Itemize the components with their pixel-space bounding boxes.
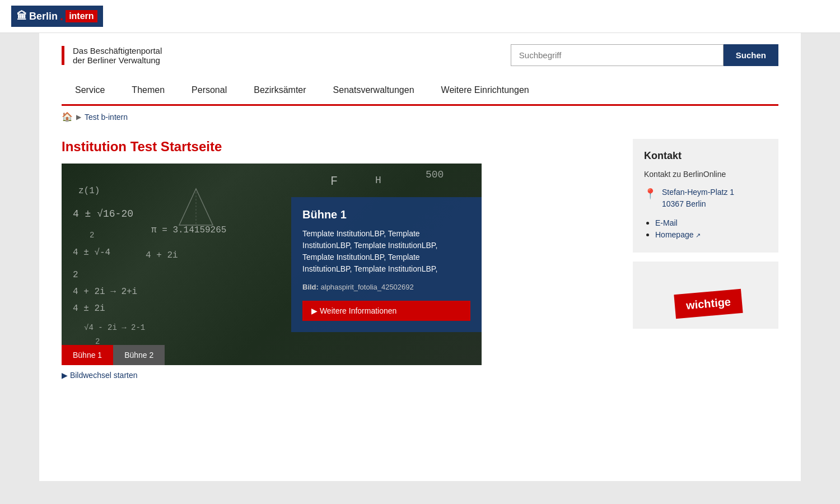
logo[interactable]: 🏛 Berlin . intern xyxy=(11,6,103,27)
overlay-title: Bühne 1 xyxy=(302,208,470,221)
kontakt-link-email: E-Mail xyxy=(655,218,767,227)
chalk-formula-9: 4 ± 2i xyxy=(73,304,105,314)
address-link[interactable]: Stefan-Heym-Platz 1 10367 Berlin xyxy=(662,188,734,208)
main-wrapper: Das Beschäftigtenportal der Berliner Ver… xyxy=(39,33,801,481)
kontakt-box: Kontakt Kontakt zu BerlinOnline 📍 Stefan… xyxy=(633,139,778,253)
chalk-formula-10: √4 - 2i → 2-1 xyxy=(84,323,145,332)
bild-label: Bild: xyxy=(302,283,319,291)
stage-button-1[interactable]: Bühne 1 xyxy=(62,345,113,365)
breadcrumb-item-test[interactable]: Test b-intern xyxy=(85,113,128,122)
site-title-line1: Das Beschäftigtenportal xyxy=(73,46,162,55)
nav-link-bezirksaemter[interactable]: Bezirksämter xyxy=(240,76,319,104)
wichtige-box: wichtige xyxy=(633,262,778,329)
nav-item-service[interactable]: Service xyxy=(62,76,118,104)
header-wrapper: Das Beschäftigtenportal der Berliner Ver… xyxy=(39,33,801,76)
breadcrumb-arrow: ▶ xyxy=(76,113,81,121)
stage-buttons: Bühne 1 Bühne 2 xyxy=(62,345,165,365)
search-area: Suchen xyxy=(511,44,778,66)
nav-item-themen[interactable]: Themen xyxy=(118,76,178,104)
nav-link-themen[interactable]: Themen xyxy=(118,76,178,104)
chalk-formula-2: 4 ± √16-20 xyxy=(73,208,133,220)
kontakt-address: 📍 Stefan-Heym-Platz 1 10367 Berlin xyxy=(644,186,767,210)
logo-berlin-text: Berlin xyxy=(29,11,58,22)
nav-list: Service Themen Personal Bezirksämter Sen… xyxy=(62,76,778,106)
bild-value: alphaspirit_fotolia_42502692 xyxy=(321,283,414,291)
chalk-formula-6: 4 + 2i → 2+i xyxy=(73,287,137,297)
chalk-f: F xyxy=(330,175,338,189)
homepage-link[interactable]: Homepage ↗ xyxy=(655,230,701,239)
logo-dot: . xyxy=(60,9,63,24)
email-link[interactable]: E-Mail xyxy=(655,218,678,227)
address-block: Stefan-Heym-Platz 1 10367 Berlin xyxy=(662,186,734,210)
site-title: Das Beschäftigtenportal der Berliner Ver… xyxy=(62,46,162,65)
slideshow-image: z(1) 4 ± √16-20 2 4 ± √-4 2 4 + 2i → 2+i… xyxy=(62,164,482,365)
kontakt-title: Kontakt xyxy=(644,150,767,162)
overlay-bild: Bild: alphaspirit_fotolia_42502692 xyxy=(302,282,470,293)
homepage-label: Homepage xyxy=(655,230,694,239)
logo-container: 🏛 Berlin . intern xyxy=(11,6,829,27)
top-bar: 🏛 Berlin . intern xyxy=(0,0,840,33)
bildwechsel-button[interactable]: ▶ Bildwechsel starten xyxy=(62,371,616,380)
wichtige-label: wichtige xyxy=(674,288,743,318)
chalk-formula-4: 4 ± √-4 xyxy=(73,248,110,258)
chalk-triangle xyxy=(174,186,218,231)
nav-item-bezirksaemter[interactable]: Bezirksämter xyxy=(240,76,319,104)
more-info-button[interactable]: ▶ Weitere Informationen xyxy=(302,301,470,321)
nav-link-personal[interactable]: Personal xyxy=(178,76,240,104)
breadcrumb: 🏠 ▶ Test b-intern xyxy=(39,106,801,128)
chalk-formula-3: 2 xyxy=(90,231,94,240)
nav-bar: Service Themen Personal Bezirksämter Sen… xyxy=(39,76,801,106)
chalk-formula-8: 4 + 2i xyxy=(146,250,178,260)
sidebar: Kontakt Kontakt zu BerlinOnline 📍 Stefan… xyxy=(633,139,778,380)
address-line1: Stefan-Heym-Platz 1 xyxy=(662,188,734,197)
external-link-icon: ↗ xyxy=(696,232,701,239)
header-inner: Das Beschäftigtenportal der Berliner Ver… xyxy=(62,33,778,76)
chalk-500: 500 xyxy=(426,169,444,180)
nav-item-personal[interactable]: Personal xyxy=(178,76,240,104)
berlin-logo-icon: 🏛 xyxy=(17,11,27,22)
main-content: Institution Test Startseite z(1) 4 ± √16… xyxy=(62,139,616,380)
site-title-line2: der Berliner Verwaltung xyxy=(73,55,162,65)
info-overlay: Bühne 1 Template InstitutionLBP, Templat… xyxy=(291,197,482,332)
kontakt-intro: Kontakt zu BerlinOnline xyxy=(644,170,767,179)
location-pin-icon: 📍 xyxy=(644,188,656,200)
search-input[interactable] xyxy=(511,44,724,66)
nav-item-weitere[interactable]: Weitere Einrichtungen xyxy=(428,76,543,104)
kontakt-link-homepage: Homepage ↗ xyxy=(655,230,767,239)
content-area: Institution Test Startseite z(1) 4 ± √16… xyxy=(39,128,801,402)
overlay-text: Template InstitutionLBP, Template Instit… xyxy=(302,228,470,275)
page-title: Institution Test Startseite xyxy=(62,139,616,155)
stage-button-2[interactable]: Bühne 2 xyxy=(113,345,165,365)
logo-intern-text: intern xyxy=(66,10,97,22)
home-icon[interactable]: 🏠 xyxy=(62,111,73,122)
nav-link-service[interactable]: Service xyxy=(62,76,118,104)
chalk-formula-5: 2 xyxy=(73,270,78,280)
search-button[interactable]: Suchen xyxy=(724,44,778,66)
chalk-formula-1: z(1) xyxy=(78,186,100,196)
chalk-h: H xyxy=(375,175,381,186)
nav-link-senatsverwaltungen[interactable]: Senatsverwaltungen xyxy=(320,76,428,104)
slideshow-container: z(1) 4 ± √16-20 2 4 ± √-4 2 4 + 2i → 2+i… xyxy=(62,164,482,365)
address-line2: 10367 Berlin xyxy=(662,199,706,208)
nav-item-senatsverwaltungen[interactable]: Senatsverwaltungen xyxy=(320,76,428,104)
kontakt-links: E-Mail Homepage ↗ xyxy=(644,218,767,239)
nav-link-weitere[interactable]: Weitere Einrichtungen xyxy=(428,76,543,104)
